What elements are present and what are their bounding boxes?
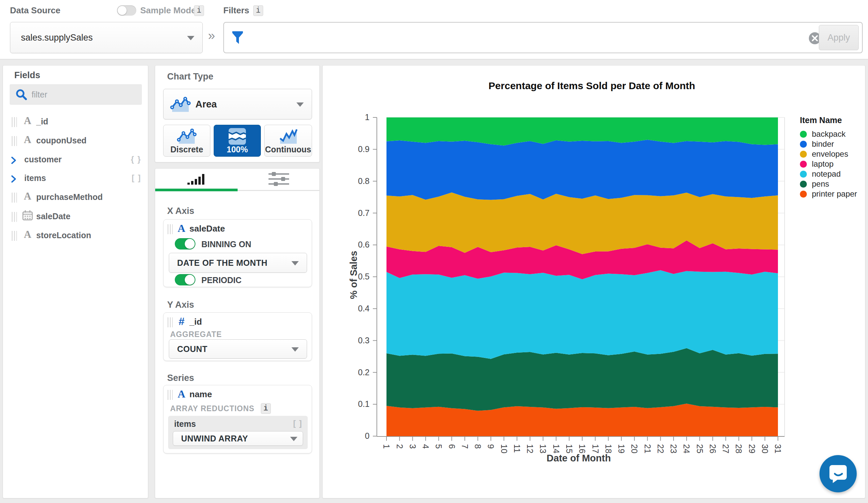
chart-subtype-button[interactable]: 100% [214,125,261,157]
drag-handle-icon[interactable] [12,117,17,127]
drag-handle-icon[interactable] [12,193,17,203]
data-source-label: Data Source [10,5,61,16]
svg-text:0.4: 0.4 [358,304,370,313]
field-filter-input[interactable] [32,87,138,102]
field-row-id[interactable]: A _id [3,113,148,131]
data-source-select[interactable]: sales.supplySales [10,22,203,53]
string-type-icon: A [22,134,33,146]
field-label: customer [24,155,62,164]
chart-type-value: Area [195,99,217,110]
legend-label: binder [812,139,834,149]
chevron-down-icon [187,36,194,40]
chart-subtype-button[interactable]: Continuous [264,125,312,157]
subtype-label: 100% [214,145,260,154]
drag-handle-icon[interactable] [167,390,173,400]
object-type-badge: { } [131,155,141,164]
svg-text:0.3: 0.3 [358,336,370,345]
svg-text:11: 11 [513,444,522,453]
svg-text:29: 29 [747,444,757,453]
chart-type-select[interactable]: Area [163,89,312,119]
string-type-icon: A [175,222,187,234]
legend-swatch [800,161,807,168]
info-icon[interactable]: i [261,403,271,414]
string-type-icon: A [22,229,33,241]
legend-label: backpack [812,129,845,139]
svg-text:12: 12 [525,444,535,453]
subtype-label: Discrete [164,145,210,154]
svg-text:17: 17 [591,444,600,453]
field-row-purchasemethod[interactable]: A purchaseMethod [3,188,148,207]
reduction-select[interactable]: UNWIND ARRAY [173,431,303,446]
array-reductions-label: ARRAY REDUCTIONS i [170,404,271,414]
apply-button[interactable]: Apply [819,25,859,50]
drag-handle-icon[interactable] [167,224,173,234]
tab-encode[interactable] [155,169,238,189]
string-type-icon: A [22,190,33,202]
drag-handle-icon[interactable] [12,136,17,146]
field-row-items[interactable]: items [ ] [3,169,148,188]
reduction-value: UNWIND ARRAY [181,434,248,443]
info-icon[interactable]: i [194,5,204,16]
legend-label: printer paper [812,189,857,199]
sample-mode-toggle[interactable] [117,5,136,16]
svg-text:0.9: 0.9 [358,144,370,154]
drag-handle-icon[interactable] [12,231,17,241]
field-row-saledate[interactable]: saleDate [3,208,148,226]
periodic-toggle[interactable] [175,274,195,285]
tab-divider [238,190,320,191]
filter-query-input[interactable] [247,24,779,51]
stacked-area-plot[interactable]: 00.10.20.30.40.50.60.70.80.9112345678910… [323,66,866,499]
bar-chart-icon [187,173,205,185]
legend-label: laptop [812,159,834,169]
info-icon[interactable]: i [253,5,263,16]
field-label: purchaseMethod [36,192,103,202]
tab-customize[interactable] [238,169,320,189]
legend-item: binder [800,139,857,149]
array-type-badge: [ ] [132,173,141,183]
continuous-area-icon [278,128,299,145]
field-row-couponused[interactable]: A couponUsed [3,132,148,150]
stacked-100-icon [228,128,246,145]
field-label: items [24,173,46,183]
field-label: storeLocation [36,231,91,240]
svg-text:6: 6 [447,444,457,449]
chevron-right-icon[interactable] [10,175,17,185]
collapse-chevrons-icon[interactable]: » [208,29,215,43]
svg-text:19: 19 [617,444,626,453]
binning-toggle[interactable] [175,238,195,250]
svg-text:0.7: 0.7 [358,208,370,218]
binning-label: BINNING ON [202,240,251,249]
svg-text:23: 23 [669,444,678,453]
svg-text:15: 15 [565,444,574,453]
drag-handle-icon[interactable] [167,318,173,328]
field-label: _id [36,117,48,127]
legend-label: notepad [812,169,841,179]
drag-handle-icon[interactable] [12,212,17,222]
array-type-badge: [ ] [293,419,302,428]
toggle-knob [185,239,195,249]
field-row-storelocation[interactable]: A storeLocation [3,227,148,245]
field-label: name [189,389,212,400]
active-tab-indicator [155,189,238,191]
svg-text:20: 20 [630,444,639,453]
filter-query-box: Apply [223,22,863,53]
chart-type-label: Chart Type [167,71,213,82]
aggregate-select[interactable]: COUNT [169,339,307,359]
x-axis-card: A saleDate BINNING ON DATE OF THE MONTH … [163,219,312,287]
svg-text:31: 31 [773,444,783,453]
chevron-right-icon[interactable] [10,156,17,166]
field-row-customer[interactable]: customer { } [3,151,148,169]
chart-legend: Item Name backpackbinderenvelopeslaptopn… [800,115,857,199]
legend-item: printer paper [800,189,857,199]
intercom-chat-button[interactable] [819,455,857,492]
periodic-row: PERIODIC [175,274,195,285]
field-label: _id [189,317,202,327]
svg-text:30: 30 [760,444,769,453]
binning-select[interactable]: DATE OF THE MONTH [169,253,307,273]
legend-item: laptop [800,159,857,169]
svg-text:21: 21 [643,444,652,453]
svg-text:18: 18 [604,444,613,453]
chevron-down-icon [290,437,297,441]
chart-subtype-button[interactable]: Discrete [163,125,210,157]
svg-text:0.6: 0.6 [358,240,370,249]
